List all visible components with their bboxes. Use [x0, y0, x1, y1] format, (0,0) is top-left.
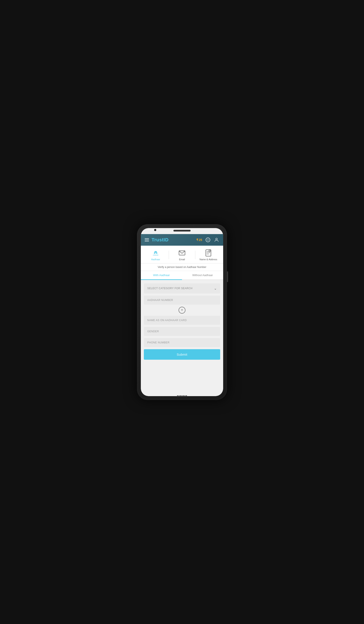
hamburger-line-2	[145, 240, 149, 240]
header-right: ₹25 +	[196, 237, 219, 243]
email-icon	[178, 249, 186, 257]
select-placeholder: SELECT CATEGORY FOR SEARCH	[147, 287, 192, 290]
rupee-symbol: ₹	[196, 238, 198, 242]
app-title: TrustID	[152, 237, 168, 243]
sub-tabs: With Aadhaar Without Aadhaar	[141, 271, 223, 280]
svg-point-3	[216, 238, 217, 240]
app-screen: TrustID ₹25 +	[141, 228, 223, 396]
svg-rect-7	[206, 250, 211, 256]
phone-input[interactable]	[144, 338, 220, 347]
without-aadhaar-label: Without Aadhaar	[192, 274, 213, 277]
tab-aadhaar[interactable]: AADHAAR Aadhaar	[143, 249, 169, 261]
chevron-down-icon: ⌄	[214, 286, 217, 290]
wallet-balance: ₹25	[196, 238, 202, 242]
hamburger-button[interactable]	[145, 238, 149, 241]
title-trust: Trust	[152, 237, 164, 242]
name-address-tab-label: Name & Address	[200, 258, 217, 261]
svg-text:AADHAAR: AADHAAR	[153, 255, 158, 256]
sub-tab-with-aadhaar[interactable]: With Aadhaar	[141, 271, 182, 280]
email-tab-label: Email	[179, 258, 185, 261]
app-header: TrustID ₹25 +	[141, 234, 223, 246]
aadhaar-tab-label: Aadhaar	[151, 258, 160, 261]
name-address-icon	[205, 249, 212, 257]
user-profile-button[interactable]	[214, 237, 219, 243]
phone-screen: TrustID ₹25 +	[141, 228, 223, 396]
title-id: ID	[164, 237, 168, 242]
speaker-top	[173, 230, 191, 232]
aadhaar-icon: AADHAAR	[152, 249, 159, 257]
header-left: TrustID	[145, 237, 168, 243]
page-description: Verify a person based on Aadhaar Number	[141, 263, 223, 271]
submit-button[interactable]: Submit	[144, 349, 220, 360]
sub-tab-without-aadhaar[interactable]: Without Aadhaar	[182, 271, 223, 280]
add-money-button[interactable]: +	[205, 237, 211, 243]
submit-label: Submit	[177, 353, 187, 356]
gender-input[interactable]	[144, 327, 220, 336]
tab-name-address[interactable]: Name & Address	[195, 249, 221, 261]
plus-icon: +	[181, 308, 183, 312]
name-input[interactable]	[144, 316, 220, 325]
svg-text:+: +	[207, 238, 209, 242]
add-button[interactable]: +	[179, 307, 185, 313]
hamburger-line-3	[145, 241, 149, 241]
svg-point-11	[209, 250, 210, 252]
hamburger-line-1	[145, 238, 149, 239]
with-aadhaar-label: With Aadhaar	[153, 274, 170, 277]
aadhaar-number-input[interactable]	[144, 296, 220, 305]
speaker-bottom	[177, 395, 187, 397]
side-button	[227, 271, 228, 282]
description-text: Verify a person based on Aadhaar Number	[158, 266, 207, 269]
wallet-amount: 25	[199, 238, 202, 242]
front-camera	[154, 229, 156, 231]
form-area: SELECT CATEGORY FOR SEARCH ⌄ + Submit	[141, 280, 223, 396]
category-select[interactable]: SELECT CATEGORY FOR SEARCH ⌄	[144, 283, 220, 293]
tab-email[interactable]: Email	[169, 249, 195, 261]
phone-frame: TrustID ₹25 +	[137, 224, 227, 400]
service-tabs: AADHAAR Aadhaar Email	[141, 246, 223, 263]
